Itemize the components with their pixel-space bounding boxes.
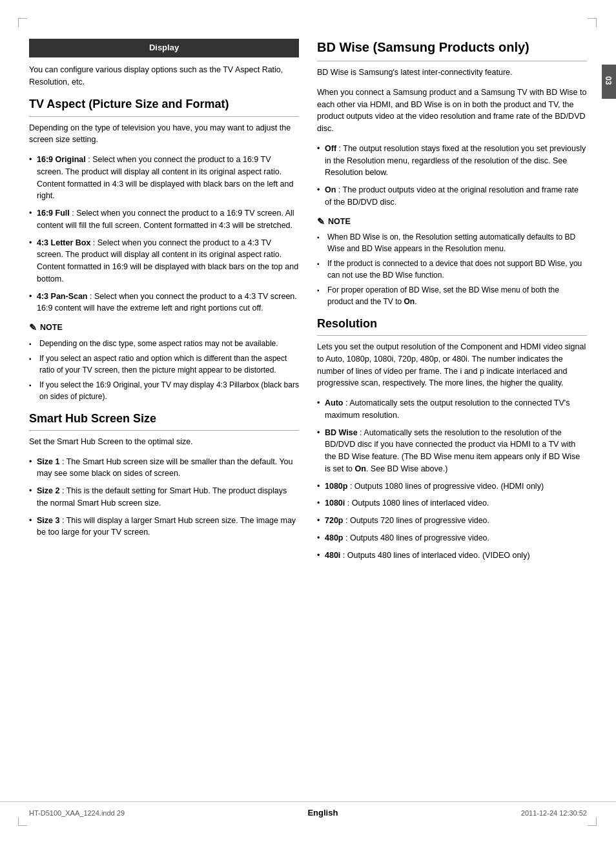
tv-aspect-note-list: Depending on the disc type, some aspect … <box>29 338 299 402</box>
note-list-item: If you select the 16:9 Original, your TV… <box>29 379 299 402</box>
display-header: Display <box>29 39 299 57</box>
bd-wise-intro2: When you connect a Samsung product and a… <box>317 87 587 135</box>
note-icon: ✎ <box>317 215 325 228</box>
bd-wise-list: Off : The output resolution stays fixed … <box>317 143 587 209</box>
tv-aspect-list: 16:9 Original : Select when you connect … <box>29 154 299 314</box>
list-item: 480i : Outputs 480 lines of interlaced v… <box>317 550 587 562</box>
list-item: Size 2 : This is the default setting for… <box>29 485 299 509</box>
list-item: 1080p : Outputs 1080 lines of progressiv… <box>317 480 587 493</box>
tab-number: 03 <box>602 76 613 85</box>
smart-hub-title: Smart Hub Screen Size <box>29 411 299 426</box>
list-item: Auto : Automatically sets the output res… <box>317 397 587 422</box>
bd-wise-divider <box>317 61 587 61</box>
note-list-item: If you select an aspect ratio and option… <box>29 353 299 376</box>
tv-aspect-divider <box>29 116 299 117</box>
footer-right: 2011-12-24 12:30:52 <box>521 808 587 819</box>
note-header: ✎ NOTE <box>317 215 587 228</box>
list-item: Off : The output resolution stays fixed … <box>317 143 587 179</box>
footer-center: English <box>125 807 521 819</box>
list-item: Size 1 : The Smart Hub screen size will … <box>29 456 299 480</box>
list-item: 1080i : Outputs 1080 lines of interlaced… <box>317 497 587 509</box>
smart-hub-list: Size 1 : The Smart Hub screen size will … <box>29 456 299 539</box>
list-item: Size 3 : This will display a larger Smar… <box>29 515 299 539</box>
list-item: 4:3 Letter Box : Select when you connect… <box>29 237 299 285</box>
side-tab: 03 Setup <box>602 65 616 99</box>
note-list-item: When BD Wise is on, the Resolution setti… <box>317 231 587 254</box>
note-label: NOTE <box>328 216 351 227</box>
tab-text: Setup <box>588 72 599 91</box>
resolution-divider <box>317 335 587 336</box>
bd-wise-note: ✎ NOTE When BD Wise is on, the Resolutio… <box>317 215 587 307</box>
note-list-item: If the product is connected to a device … <box>317 258 587 281</box>
left-column: Display You can configure various displa… <box>29 39 299 788</box>
resolution-list: Auto : Automatically sets the output res… <box>317 397 587 561</box>
list-item: 480p : Outputs 480 lines of progressive … <box>317 532 587 544</box>
list-item: 720p : Outputs 720 lines of progressive … <box>317 515 587 527</box>
note-list-item: For proper operation of BD Wise, set the… <box>317 284 587 307</box>
list-item: On : The product outputs video at the or… <box>317 184 587 209</box>
note-header: ✎ NOTE <box>29 321 299 334</box>
bd-wise-title: BD Wise (Samsung Products only) <box>317 39 587 56</box>
tv-aspect-title: TV Aspect (Picture Size and Format) <box>29 97 299 112</box>
list-item: 16:9 Full : Select when you connect the … <box>29 207 299 232</box>
note-label: NOTE <box>40 322 63 333</box>
list-item: BD Wise : Automatically sets the resolut… <box>317 427 587 475</box>
list-item: 4:3 Pan-Scan : Select when you connect t… <box>29 291 299 315</box>
bd-wise-intro1: BD Wise is Samsung's latest inter-connec… <box>317 67 587 79</box>
note-icon: ✎ <box>29 321 37 334</box>
note-list-item: Depending on the disc type, some aspect … <box>29 338 299 349</box>
footer: HT-D5100_XAA_1224.indd 29 English 2011-1… <box>0 801 616 825</box>
resolution-intro: Lets you set the output resolution of th… <box>317 341 587 389</box>
display-intro: You can configure various display option… <box>29 64 299 88</box>
smart-hub-intro: Set the Smart Hub Screen to the optimal … <box>29 436 299 448</box>
tv-aspect-intro: Depending on the type of television you … <box>29 122 299 147</box>
resolution-title: Resolution <box>317 316 587 331</box>
smart-hub-divider <box>29 430 299 431</box>
bd-wise-note-list: When BD Wise is on, the Resolution setti… <box>317 231 587 307</box>
right-column: BD Wise (Samsung Products only) BD Wise … <box>317 39 587 788</box>
footer-left: HT-D5100_XAA_1224.indd 29 <box>29 808 125 819</box>
tv-aspect-note: ✎ NOTE Depending on the disc type, some … <box>29 321 299 402</box>
list-item: 16:9 Original : Select when you connect … <box>29 154 299 202</box>
